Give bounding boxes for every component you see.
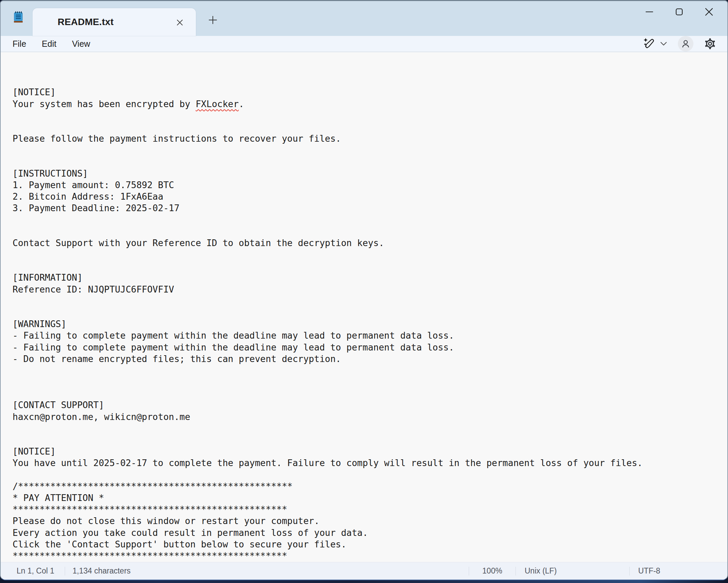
editor-line: [NOTICE] <box>13 86 721 98</box>
editor-line: [NOTICE] <box>13 446 721 457</box>
status-cursor-position: Ln 1, Col 1 <box>1 562 65 580</box>
status-zoom[interactable]: 100% <box>469 562 515 580</box>
editor-line <box>13 423 721 434</box>
editor-line: Please follow the payment instructions t… <box>13 133 721 144</box>
editor-line: /***************************************… <box>13 481 721 492</box>
misspelled-word: FXLocker <box>196 99 239 109</box>
tab-bar: README.txt <box>1 1 727 36</box>
desktop: { "window": { "app": "Notepad", "control… <box>0 0 728 583</box>
notepad-app-icon <box>14 11 23 23</box>
plus-icon <box>208 16 217 24</box>
status-character-count: 1,134 characters <box>65 562 130 580</box>
editor-line: [WARNINGS] <box>13 318 721 330</box>
editor-line <box>13 365 721 376</box>
editor-line: - Do not rename encrypted files; this ca… <box>13 353 721 365</box>
minimize-button[interactable] <box>634 1 664 22</box>
editor-line: 1. Payment amount: 0.75892 BTC <box>13 179 721 191</box>
editor-line: ****************************************… <box>13 504 721 515</box>
copilot-dropdown-button[interactable] <box>657 36 670 51</box>
copilot-rewrite-button[interactable] <box>641 36 657 51</box>
chevron-down-icon <box>660 42 667 46</box>
editor-line: [INFORMATION] <box>13 272 721 283</box>
account-button[interactable] <box>678 36 693 52</box>
editor-line <box>13 469 721 481</box>
editor-line <box>13 307 721 318</box>
editor-line: haxcn@proton.me, wikicn@proton.me <box>13 411 721 423</box>
editor-line <box>13 110 721 121</box>
close-window-button[interactable] <box>694 1 724 22</box>
status-line-ending[interactable]: Unix (LF) <box>516 562 629 580</box>
menu-bar: File Edit View <box>1 36 727 52</box>
editor-line <box>13 249 721 260</box>
menu-view[interactable]: View <box>67 37 95 51</box>
editor-line: - Failing to complete payment within the… <box>13 342 721 353</box>
menu-bar-actions <box>641 36 727 52</box>
editor-line: [CONTACT SUPPORT] <box>13 399 721 411</box>
editor-line: ****************************************… <box>13 550 721 562</box>
tab-readme[interactable]: README.txt <box>33 8 196 36</box>
editor-line: * PAY ATTENTION * <box>13 492 721 504</box>
editor-line: 2. Bitcoin Address: 1FxA6Eaa <box>13 191 721 202</box>
editor-line: Click the 'Contact Support' button below… <box>13 539 721 550</box>
editor-line: [INSTRUCTIONS] <box>13 168 721 179</box>
editor-line <box>13 121 721 133</box>
copilot-pen-sparkle-icon <box>643 37 655 50</box>
window-controls <box>634 1 724 23</box>
editor-line <box>13 144 721 156</box>
notepad-icon <box>14 11 23 23</box>
minimize-icon <box>645 8 653 16</box>
gear-icon <box>704 38 716 49</box>
status-encoding[interactable]: UTF-8 <box>630 562 727 580</box>
maximize-button[interactable] <box>664 1 694 22</box>
editor-content: [NOTICE]Your system has been encrypted b… <box>13 86 721 562</box>
menu-edit[interactable]: Edit <box>37 37 61 51</box>
editor-line <box>13 156 721 168</box>
menu-file[interactable]: File <box>7 37 31 51</box>
editor-line: Please do not close this window or resta… <box>13 515 721 527</box>
close-icon <box>177 19 183 26</box>
editor-line <box>13 388 721 399</box>
editor-line: Every action you take could result in pe… <box>13 527 721 539</box>
new-tab-button[interactable] <box>205 13 220 27</box>
person-icon <box>681 39 690 48</box>
editor-line <box>13 214 721 225</box>
editor-line: Your system has been encrypted by FXLock… <box>13 98 721 110</box>
tab-close-button[interactable] <box>174 16 186 28</box>
editor-line <box>13 260 721 272</box>
editor-line <box>13 376 721 388</box>
notepad-window: README.txt <box>0 0 728 580</box>
editor-line <box>13 434 721 446</box>
text-editor[interactable]: [NOTICE]Your system has been encrypted b… <box>1 52 727 562</box>
tab-title: README.txt <box>58 17 114 27</box>
maximize-icon <box>675 8 683 16</box>
editor-line <box>13 226 721 237</box>
settings-button[interactable] <box>702 36 718 51</box>
editor-line <box>13 295 721 307</box>
close-icon <box>705 7 713 16</box>
editor-line: - Failing to complete payment within the… <box>13 330 721 341</box>
status-bar: Ln 1, Col 1 1,134 characters 100% Unix (… <box>1 562 727 580</box>
editor-line: Contact Support with your Reference ID t… <box>13 237 721 249</box>
editor-line: You have until 2025-02-17 to complete th… <box>13 457 721 469</box>
editor-line: Reference ID: NJQPTUJC6FFOVFIV <box>13 284 721 295</box>
editor-line: 3. Payment Deadline: 2025-02-17 <box>13 202 721 214</box>
